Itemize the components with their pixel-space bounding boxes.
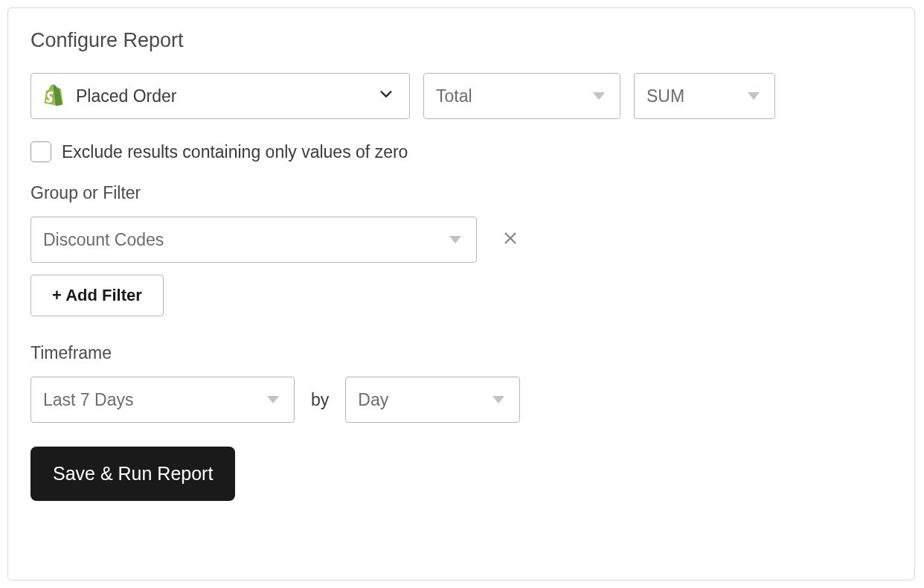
panel-title: Configure Report: [31, 29, 892, 52]
caret-down-icon: [593, 92, 605, 100]
timeframe-heading: Timeframe: [31, 343, 892, 363]
group-filter-heading: Group or Filter: [31, 183, 892, 203]
metric-row: Placed Order Total SUM: [31, 73, 892, 119]
timeframe-unit-label: Day: [358, 390, 388, 410]
timeframe-range-select[interactable]: Last 7 Days: [31, 377, 295, 423]
save-run-report-button[interactable]: Save & Run Report: [31, 447, 235, 501]
shopify-icon: [43, 84, 64, 108]
caret-down-icon: [748, 92, 760, 100]
add-filter-button[interactable]: + Add Filter: [31, 275, 164, 316]
exclude-zero-row: Exclude results containing only values o…: [31, 141, 892, 162]
measure-label: Total: [436, 86, 472, 106]
timeframe-unit-select[interactable]: Day: [345, 377, 520, 423]
measure-select[interactable]: Total: [423, 73, 620, 119]
group-filter-select[interactable]: Discount Codes: [31, 217, 477, 263]
caret-down-icon: [267, 396, 279, 403]
exclude-zero-label: Exclude results containing only values o…: [62, 142, 408, 162]
aggregation-select[interactable]: SUM: [634, 73, 775, 119]
timeframe-row: Last 7 Days by Day: [31, 377, 892, 423]
group-filter-row: Discount Codes: [31, 217, 892, 263]
timeframe-range-label: Last 7 Days: [43, 390, 133, 410]
chevron-down-icon: [378, 86, 394, 106]
timeframe-by-label: by: [311, 390, 329, 410]
group-filter-label: Discount Codes: [43, 230, 164, 250]
configure-report-panel: Configure Report Placed Order Total: [7, 7, 915, 581]
aggregation-label: SUM: [647, 86, 684, 106]
caret-down-icon: [493, 396, 504, 403]
exclude-zero-checkbox[interactable]: [31, 141, 51, 162]
metric-label: Placed Order: [76, 86, 177, 106]
caret-down-icon: [449, 236, 461, 243]
metric-select[interactable]: Placed Order: [31, 73, 410, 119]
remove-filter-button[interactable]: [499, 227, 522, 252]
